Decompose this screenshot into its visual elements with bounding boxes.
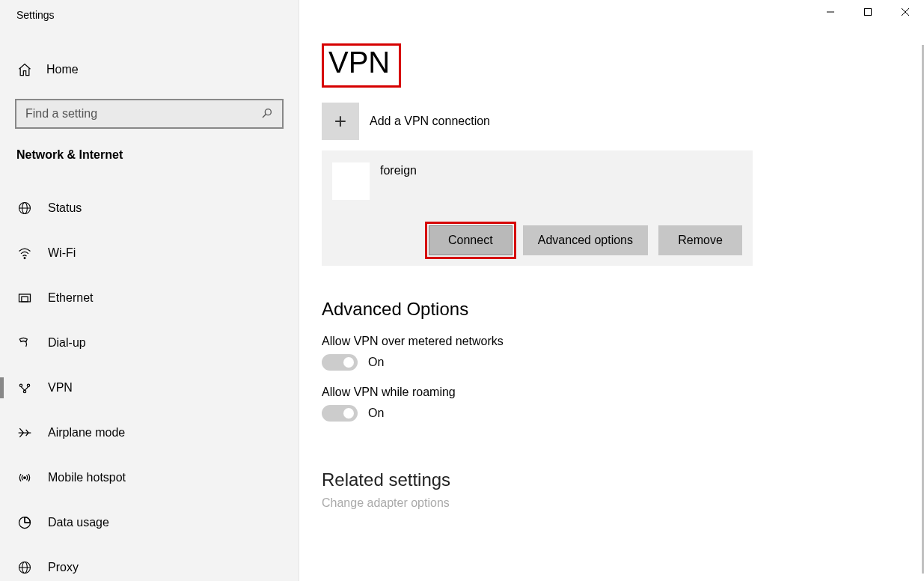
sidebar-item-datausage[interactable]: Data usage [0, 500, 299, 545]
roaming-toggle[interactable] [322, 405, 358, 422]
add-vpn-label: Add a VPN connection [370, 115, 490, 128]
svg-line-1 [263, 114, 266, 118]
sidebar-item-label: Status [48, 201, 82, 215]
svg-point-5 [24, 258, 25, 259]
svg-point-8 [19, 384, 22, 386]
window-controls [812, 0, 924, 24]
hotspot-icon [16, 469, 33, 486]
roaming-toggle-label: Allow VPN while roaming [322, 386, 924, 399]
svg-rect-6 [19, 294, 31, 302]
svg-rect-19 [865, 9, 872, 16]
airplane-icon [16, 425, 33, 441]
advanced-options-heading: Advanced Options [322, 299, 924, 320]
sidebar-item-dialup[interactable]: Dial-up [0, 320, 299, 365]
sidebar-item-status[interactable]: Status [0, 186, 299, 231]
sidebar-item-vpn[interactable]: VPN [0, 365, 299, 410]
search-input[interactable] [25, 107, 255, 121]
globe-icon [16, 200, 33, 216]
page-title-highlight: VPN [322, 43, 401, 88]
svg-rect-7 [22, 296, 28, 302]
sidebar-category-title: Network & Internet [0, 129, 299, 177]
sidebar-item-airplane[interactable]: Airplane mode [0, 410, 299, 455]
sidebar-item-label: Airplane mode [48, 426, 125, 439]
data-usage-icon [16, 514, 33, 531]
sidebar-item-label: Dial-up [48, 336, 86, 350]
nav-home[interactable]: Home [0, 48, 299, 91]
nav-home-label: Home [46, 63, 79, 76]
sidebar-item-label: Wi-Fi [48, 246, 76, 260]
connect-button[interactable]: Connect [429, 225, 513, 255]
sidebar-item-label: Proxy [48, 561, 79, 574]
ethernet-icon [16, 290, 33, 306]
sidebar-item-wifi[interactable]: Wi-Fi [0, 231, 299, 276]
sidebar: Settings Home Network & [0, 0, 299, 581]
sidebar-item-ethernet[interactable]: Ethernet [0, 276, 299, 320]
page-title: VPN [328, 46, 390, 79]
roaming-toggle-state: On [368, 407, 384, 420]
vpn-icon [16, 380, 33, 396]
related-settings-heading: Related settings [322, 469, 924, 490]
sidebar-item-label: Mobile hotspot [48, 471, 126, 484]
sidebar-item-label: VPN [48, 381, 73, 395]
sidebar-item-label: Data usage [48, 516, 109, 529]
sidebar-item-proxy[interactable]: Proxy [0, 545, 299, 581]
plus-icon: + [322, 103, 359, 140]
vpn-connection-name: foreign [380, 162, 417, 177]
change-adapter-link[interactable]: Change adapter options [322, 496, 924, 510]
svg-point-11 [24, 477, 26, 479]
remove-button[interactable]: Remove [658, 225, 742, 255]
maximize-button[interactable] [849, 0, 887, 24]
metered-toggle-state: On [368, 356, 384, 369]
proxy-icon [16, 559, 33, 576]
phone-icon [16, 335, 33, 351]
home-icon [16, 61, 33, 78]
sidebar-nav-list: Status Wi-Fi [0, 177, 299, 581]
add-vpn-connection[interactable]: + Add a VPN connection [322, 103, 924, 140]
svg-point-10 [23, 390, 25, 392]
main-content: VPN + Add a VPN connection foreign Conne… [299, 0, 924, 581]
metered-toggle-label: Allow VPN over metered networks [322, 335, 924, 348]
sidebar-item-label: Ethernet [48, 291, 93, 305]
close-button[interactable] [887, 0, 924, 24]
wifi-icon [16, 245, 33, 261]
vpn-entry[interactable]: foreign Connect Advanced options Remove [322, 150, 753, 266]
app-title: Settings [0, 1, 299, 28]
sidebar-item-hotspot[interactable]: Mobile hotspot [0, 455, 299, 500]
vpn-connection-icon [332, 162, 370, 200]
metered-toggle[interactable] [322, 354, 358, 371]
search-icon [261, 107, 275, 121]
advanced-options-button[interactable]: Advanced options [523, 225, 648, 255]
minimize-button[interactable] [812, 0, 849, 24]
svg-point-9 [27, 384, 29, 386]
search-field-container[interactable] [15, 99, 284, 129]
